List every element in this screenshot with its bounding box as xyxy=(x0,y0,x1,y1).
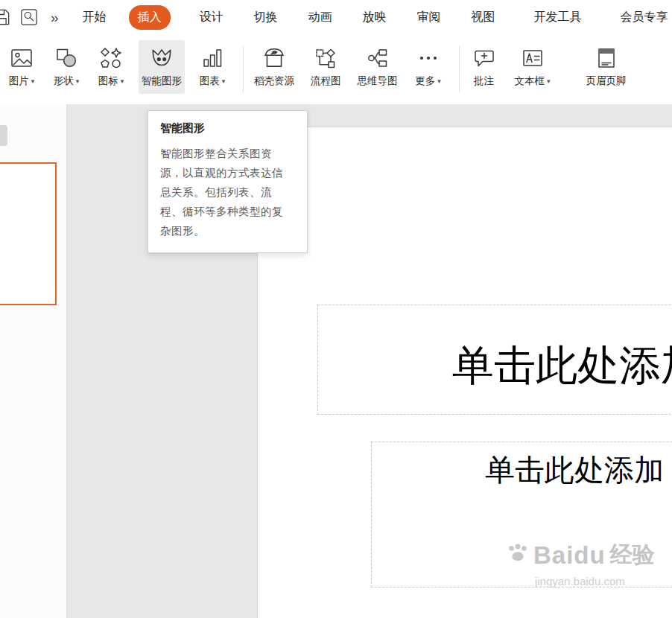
store-icon xyxy=(261,45,287,71)
chevron-down-icon: ▾ xyxy=(76,77,80,85)
slide-thumbnail-1[interactable] xyxy=(0,162,57,305)
smartart-label: 智能图形 xyxy=(142,74,182,88)
comment-label: 批注 xyxy=(474,74,494,88)
header-footer-button[interactable]: 页眉页脚 xyxy=(583,40,630,94)
flowchart-label: 流程图 xyxy=(311,74,341,88)
chevron-down-icon: ▾ xyxy=(222,77,226,85)
chart-icon xyxy=(200,45,224,71)
more-label: 更多 xyxy=(415,74,435,88)
baidu-watermark: Baidu 经验 jingyan.baidu.com xyxy=(505,540,655,587)
picture-icon xyxy=(10,45,34,71)
chart-label: 图表 xyxy=(200,74,220,88)
textbox-label: 文本框 xyxy=(515,74,545,88)
chevron-down-icon: ▾ xyxy=(31,77,35,85)
content-area: 单击此处添加 单击此处添加 Baidu xyxy=(0,104,672,618)
paw-icon xyxy=(505,543,530,568)
menu-tabs: 开始 插入 设计 切换 动画 放映 审阅 视图 开发工具 会员专享 xyxy=(83,5,668,30)
quick-access-toolbar: » xyxy=(0,7,59,28)
save-icon[interactable] xyxy=(0,7,12,28)
icon-shapes-icon xyxy=(99,45,123,71)
tab-home[interactable]: 开始 xyxy=(83,10,107,25)
chevron-down-icon: ▾ xyxy=(437,77,441,85)
shape-label: 形状 xyxy=(54,74,74,88)
tab-transition[interactable]: 切换 xyxy=(254,10,278,25)
tooltip-title: 智能图形 xyxy=(160,121,295,136)
tab-design[interactable]: 设计 xyxy=(200,10,224,25)
panel-collapse-handle[interactable] xyxy=(0,125,7,146)
insert-picture-button[interactable]: 图片▾ xyxy=(4,40,39,94)
tab-slideshow[interactable]: 放映 xyxy=(363,10,387,25)
ribbon-divider xyxy=(459,46,460,92)
insert-icons-button[interactable]: 图标▾ xyxy=(94,40,128,94)
header-footer-label: 页眉页脚 xyxy=(586,74,627,88)
title-placeholder-text: 单击此处添加 xyxy=(318,305,672,395)
chevron-down-icon: ▾ xyxy=(121,77,124,85)
textbox-button[interactable]: 文本框▾ xyxy=(512,40,554,94)
subtitle-placeholder-text: 单击此处添加 xyxy=(372,442,672,491)
mindmap-label: 思维导图 xyxy=(358,74,398,88)
chevron-down-icon: ▾ xyxy=(547,77,551,85)
more-dots-icon xyxy=(416,45,440,71)
insert-chart-button[interactable]: 图表▾ xyxy=(195,40,229,94)
header-footer-icon xyxy=(595,45,618,71)
ribbon: 图片▾ 形状▾ 图标▾ xyxy=(0,34,672,104)
flowchart-icon xyxy=(314,45,337,71)
tab-developer[interactable]: 开发工具 xyxy=(534,10,582,25)
textbox-icon xyxy=(521,45,545,71)
wps-presentation-window: » 开始 插入 设计 切换 动画 放映 审阅 视图 开发工具 会员专享 图片▾ xyxy=(0,0,672,618)
ribbon-divider xyxy=(243,46,244,92)
title-placeholder[interactable]: 单击此处添加 xyxy=(317,305,672,415)
insert-smartart-button[interactable]: 智能图形 xyxy=(139,40,185,94)
flowchart-button[interactable]: 流程图 xyxy=(308,40,344,94)
insert-shape-button[interactable]: 形状▾ xyxy=(49,40,83,94)
watermark-suffix: 经验 xyxy=(610,540,655,570)
watermark-brand: Baidu xyxy=(533,541,606,570)
tab-member[interactable]: 会员专享 xyxy=(621,10,668,25)
smartart-icon xyxy=(149,45,174,71)
find-icon[interactable] xyxy=(19,7,39,27)
icons-label: 图标 xyxy=(98,74,118,88)
comment-icon xyxy=(472,45,496,71)
tab-insert[interactable]: 插入 xyxy=(129,5,171,30)
tooltip-body: 智能图形整合关系图资源，以直观的方式表达信息关系。包括列表、流程、循环等多种类型… xyxy=(160,144,288,240)
mindmap-icon xyxy=(366,45,390,71)
toolbar-expand-chevron[interactable]: » xyxy=(51,10,59,25)
docer-label: 稻壳资源 xyxy=(254,74,294,88)
smartart-tooltip: 智能图形 智能图形整合关系图资源，以直观的方式表达信息关系。包括列表、流程、循环… xyxy=(148,110,308,253)
more-insert-button[interactable]: 更多▾ xyxy=(411,40,446,94)
menu-bar: » 开始 插入 设计 切换 动画 放映 审阅 视图 开发工具 会员专享 xyxy=(0,0,672,34)
picture-label: 图片 xyxy=(9,74,29,88)
tab-view[interactable]: 视图 xyxy=(472,10,495,25)
watermark-url: jingyan.baidu.com xyxy=(505,575,655,587)
tab-animation[interactable]: 动画 xyxy=(308,10,332,25)
comment-button[interactable]: 批注 xyxy=(467,40,501,94)
slide-thumbnail-panel xyxy=(0,104,67,618)
shapes-icon xyxy=(54,45,78,71)
tab-review[interactable]: 审阅 xyxy=(417,10,441,25)
mindmap-button[interactable]: 思维导图 xyxy=(355,40,401,94)
docer-resources-button[interactable]: 稻壳资源 xyxy=(251,40,297,94)
